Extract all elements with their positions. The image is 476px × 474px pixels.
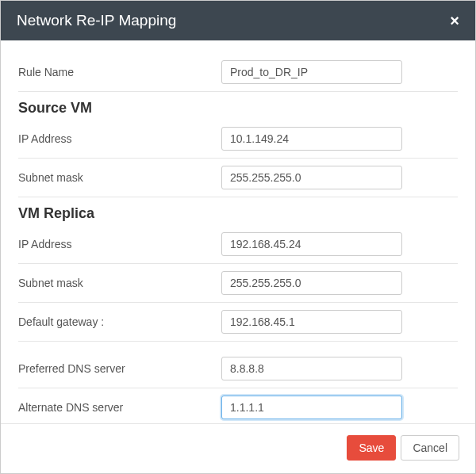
preferred-dns-input[interactable] bbox=[221, 357, 402, 380]
replica-ip-row: IP Address bbox=[18, 225, 458, 264]
rule-name-row: Rule Name bbox=[18, 53, 458, 92]
vm-replica-heading: VM Replica bbox=[18, 197, 458, 225]
source-ip-row: IP Address bbox=[18, 120, 458, 159]
replica-gateway-label: Default gateway : bbox=[18, 315, 221, 328]
source-ip-input[interactable] bbox=[221, 127, 402, 151]
rule-name-label: Rule Name bbox=[18, 66, 221, 78]
preferred-dns-row: Preferred DNS server bbox=[18, 350, 458, 388]
preferred-dns-label: Preferred DNS server bbox=[18, 362, 221, 375]
alternate-dns-label: Alternate DNS server bbox=[18, 401, 221, 414]
network-reip-mapping-dialog: Network Re-IP Mapping × Rule Name Source… bbox=[0, 0, 476, 474]
replica-subnet-label: Subnet mask bbox=[18, 277, 221, 289]
dialog-header: Network Re-IP Mapping × bbox=[1, 1, 475, 40]
source-subnet-label: Subnet mask bbox=[18, 171, 221, 184]
dialog-body: Rule Name Source VM IP Address Subnet ma… bbox=[1, 40, 475, 423]
source-subnet-input[interactable] bbox=[221, 166, 402, 189]
alternate-dns-input[interactable] bbox=[221, 396, 402, 419]
save-button[interactable]: Save bbox=[347, 435, 396, 461]
alternate-dns-row: Alternate DNS server bbox=[18, 388, 458, 423]
dialog-footer: Save Cancel bbox=[1, 423, 475, 473]
dialog-title: Network Re-IP Mapping bbox=[17, 12, 176, 29]
source-subnet-row: Subnet mask bbox=[18, 159, 458, 197]
source-ip-label: IP Address bbox=[18, 132, 221, 145]
replica-ip-input[interactable] bbox=[221, 232, 402, 256]
cancel-button[interactable]: Cancel bbox=[401, 435, 459, 461]
replica-gateway-input[interactable] bbox=[221, 310, 402, 334]
replica-subnet-input[interactable] bbox=[221, 271, 402, 295]
close-icon[interactable]: × bbox=[450, 13, 459, 29]
source-vm-heading: Source VM bbox=[18, 92, 458, 120]
replica-gateway-row: Default gateway : bbox=[18, 303, 458, 342]
replica-subnet-row: Subnet mask bbox=[18, 264, 458, 303]
rule-name-input[interactable] bbox=[221, 60, 402, 84]
replica-ip-label: IP Address bbox=[18, 238, 221, 250]
